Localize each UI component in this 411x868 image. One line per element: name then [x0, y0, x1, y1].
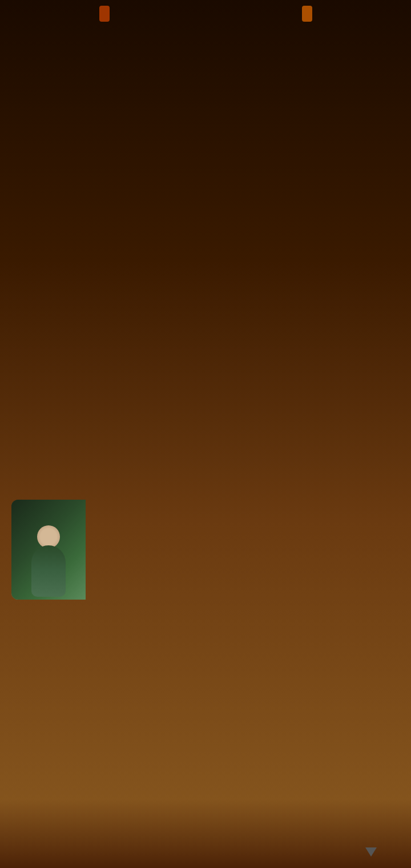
screenshots-row: ✦ ✦ ✦ ▶ GENSHIN IMPACT: [0, 263, 411, 380]
event-image-1: [11, 500, 86, 600]
screenshot-thumb-2[interactable]: T: [201, 263, 281, 369]
screenshots-section: ✦ ✦ ✦ ▶ GENSHIN IMPACT: [0, 263, 411, 380]
